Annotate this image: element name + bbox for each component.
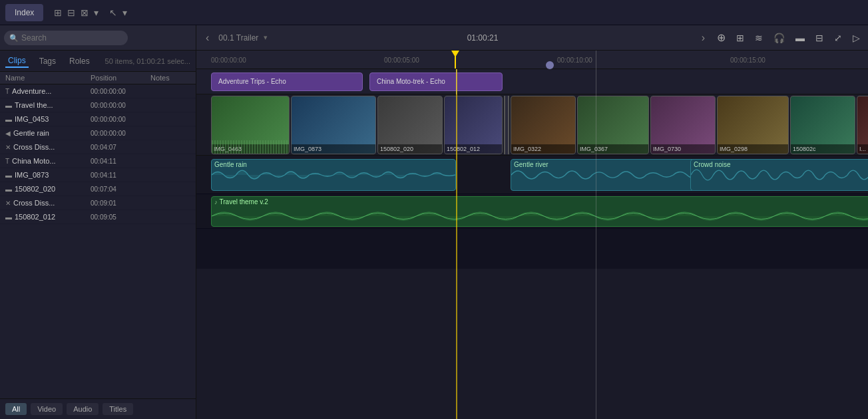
index-button[interactable]: Index — [5, 4, 43, 21]
audio-track-1: Gentle rain Gentle river — [196, 156, 868, 194]
tab-clips[interactable]: Clips — [5, 55, 29, 68]
clip-label: IMG_0730 — [651, 144, 715, 154]
audio-clip-label: Gentle river — [511, 160, 551, 170]
list-item[interactable]: ▬Travel the... 00:00:00:00 — [0, 98, 196, 112]
video-clip-last[interactable]: I... — [857, 96, 868, 154]
audio-clip-gentle-rain[interactable]: Gentle rain — [211, 159, 456, 191]
connection-marker — [546, 61, 554, 69]
clip-label: 150802_020 — [378, 144, 442, 154]
search-input[interactable] — [4, 31, 128, 45]
col-notes: Notes — [150, 74, 190, 82]
music-track: ♪ Travel theme v.2 — [196, 194, 868, 229]
video-clip-img0298[interactable]: IMG_0298 — [717, 96, 789, 154]
list-item[interactable]: ✕Cross Diss... 00:04:07 — [0, 140, 196, 154]
split-icon[interactable]: ⊟ — [67, 7, 75, 18]
video-clip-150802c[interactable]: 150802c — [790, 96, 855, 154]
music-clip-travel-theme[interactable]: ♪ Travel theme v.2 — [211, 196, 868, 227]
timecode-mark-1: 00:00:05:00 — [384, 56, 419, 63]
video-clip-img0730[interactable]: IMG_0730 — [650, 96, 716, 154]
list-item[interactable]: ▬150802_012 00:09:05 — [0, 210, 196, 224]
main-area: 🔍 Clips Tags Roles 50 items, 01:00:21 se… — [0, 25, 868, 419]
list-item[interactable]: ▬IMG_0873 00:04:11 — [0, 168, 196, 182]
clip-label: 150802_012 — [445, 144, 502, 154]
item-position: 00:00:00:00 — [91, 130, 150, 137]
list-item[interactable]: TChina Moto... 00:04:11 — [0, 154, 196, 168]
item-name: ✕Cross Diss... — [5, 143, 91, 151]
type-icon-film: ▬ — [5, 102, 12, 109]
clip-label: I... — [857, 144, 868, 154]
video-clip-150802012[interactable]: 150802_012 — [444, 96, 503, 154]
clip-label: IMG_0322 — [511, 144, 575, 154]
filter-all[interactable]: All — [5, 403, 27, 415]
list-item[interactable]: ◀Gentle rain 00:00:00:00 — [0, 126, 196, 140]
clip-list: TAdventure... 00:00:00:00 ▬Travel the...… — [0, 84, 196, 398]
video-clip-150802020[interactable]: 150802_020 — [377, 96, 443, 154]
video-clip-img0873[interactable]: IMG_0873 — [291, 96, 376, 154]
list-item[interactable]: TAdventure... 00:00:00:00 — [0, 84, 196, 98]
item-position: 00:00:00:00 — [91, 116, 150, 123]
nav-right-button[interactable]: › — [698, 32, 709, 44]
item-position: 00:00:00:00 — [91, 102, 150, 109]
clip-label: 150802c — [791, 144, 855, 154]
timeline-content[interactable]: 00:00:00:00 00:00:05:00 00:00:10:00 00:0… — [196, 51, 868, 419]
tabs-row: Clips Tags Roles 50 items, 01:00:21 sele… — [0, 51, 196, 72]
fullscreen-icon[interactable]: ⤢ — [831, 31, 845, 45]
pointer-icon[interactable]: ↖ — [109, 7, 117, 18]
item-name: ▬150802_020 — [5, 185, 91, 193]
left-panel: 🔍 Clips Tags Roles 50 items, 01:00:21 se… — [0, 25, 196, 419]
nav-left-button[interactable]: ‹ — [202, 32, 213, 44]
type-icon-film: ▬ — [5, 172, 12, 179]
filter-titles[interactable]: Titles — [103, 403, 133, 415]
zoom-icon[interactable]: ⊞ — [734, 31, 747, 45]
grid-icon[interactable]: ⊞ — [54, 7, 62, 18]
audio-clip-crowd-noise[interactable]: Crowd noise — [690, 159, 868, 191]
filter-video[interactable]: Video — [31, 403, 63, 415]
waveform-svg-music — [212, 206, 868, 226]
video-clip-img0322[interactable]: IMG_0322 — [511, 96, 576, 154]
timeline-spacer — [196, 229, 868, 269]
pointer-dropdown-icon[interactable]: ▾ — [122, 7, 127, 18]
list-item[interactable]: ▬IMG_0453 00:00:00:00 — [0, 112, 196, 126]
item-name: TChina Moto... — [5, 157, 91, 165]
video-clip-img0463[interactable]: IMG_0463 — [211, 96, 290, 154]
item-position: 00:09:05 — [91, 213, 150, 221]
filmstrip-icon[interactable]: ⊠ — [81, 7, 89, 18]
item-position: 00:04:11 — [91, 158, 150, 165]
item-name: ▬IMG_0453 — [5, 115, 91, 123]
type-icon-x: ✕ — [5, 144, 11, 151]
timeline-area: ‹ 00.1 Trailer ▾ 01:00:21 › ⊕ ⊞ ≋ 🎧 ▬ ⊟ … — [196, 25, 868, 419]
type-icon-t: T — [5, 158, 9, 165]
clip-appearance-icon[interactable]: ▬ — [793, 31, 807, 45]
timeline-title-text: 00.1 Trailer — [218, 33, 258, 43]
add-connection-icon[interactable]: ⊕ — [714, 30, 728, 45]
video-clip-img0367[interactable]: IMG_0367 — [577, 96, 649, 154]
title-clip-label: Adventure Trips - Echo — [216, 72, 286, 91]
item-name: ▬IMG_0873 — [5, 171, 91, 179]
tab-tags[interactable]: Tags — [37, 55, 59, 67]
clip-label: IMG_0298 — [718, 144, 788, 154]
waveform-overlay — [212, 140, 289, 154]
waveform-icon[interactable]: ≋ — [752, 31, 765, 45]
item-name: ◀Gentle rain — [5, 129, 91, 137]
tab-roles[interactable]: Roles — [67, 55, 93, 67]
item-name: TAdventure... — [5, 87, 91, 95]
filter-audio[interactable]: Audio — [67, 403, 99, 415]
filter-bar: All Video Audio Titles — [0, 398, 196, 419]
title-clip-adventure[interactable]: Adventure Trips - Echo — [211, 72, 363, 91]
item-count: 50 items, 01:00:21 selec... — [105, 57, 190, 65]
title-dropdown-icon[interactable]: ▾ — [264, 33, 268, 42]
layout-icons: ⊞ ⊟ ⊠ ▾ ↖ ▾ — [49, 7, 132, 18]
playhead-ruler — [455, 51, 456, 69]
type-icon-film: ▬ — [5, 186, 12, 193]
list-item[interactable]: ✕Cross Diss... 00:09:01 — [0, 196, 196, 210]
list-item[interactable]: ▬150802_020 00:07:04 — [0, 182, 196, 196]
playback-icon[interactable]: ▷ — [850, 31, 863, 45]
headphone-icon[interactable]: 🎧 — [771, 31, 787, 45]
item-position: 00:09:01 — [91, 200, 150, 207]
layout-icon[interactable]: ⊟ — [813, 31, 826, 45]
playhead-head — [451, 51, 459, 57]
title-clip-china[interactable]: China Moto-trek - Echo — [369, 72, 503, 91]
type-icon-x: ✕ — [5, 200, 11, 207]
audio-clip-label: Crowd noise — [691, 160, 734, 170]
layout-dropdown-icon[interactable]: ▾ — [94, 7, 99, 18]
